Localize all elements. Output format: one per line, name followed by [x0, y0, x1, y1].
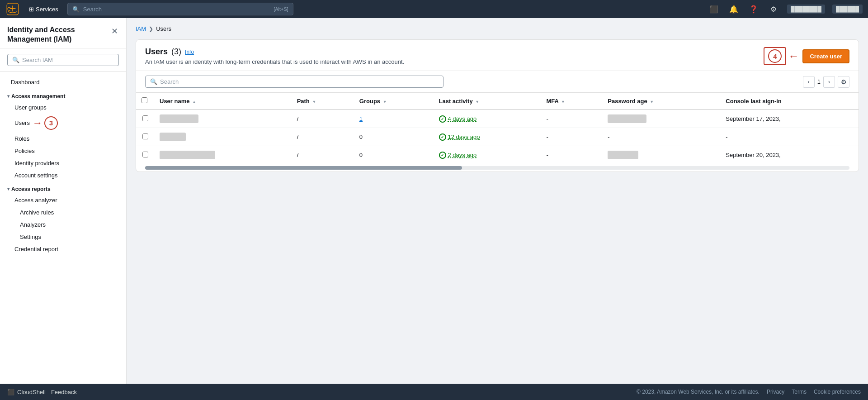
panel-header: Users (3) Info An IAM user is an identit…: [136, 40, 859, 71]
main-layout: Identity and Access Management (IAM) ✕ 🔍…: [0, 18, 868, 384]
row2-console-signin: -: [726, 133, 727, 140]
sidebar-item-access-analyzer[interactable]: Access analyzer: [0, 194, 126, 206]
row1-mfa: -: [547, 115, 548, 122]
sidebar-item-policies[interactable]: Policies: [0, 145, 126, 157]
select-all-checkbox[interactable]: [142, 97, 147, 103]
col-header-last-activity[interactable]: Last activity ▼: [434, 93, 541, 110]
sidebar-section-access-reports[interactable]: ▾ Access reports: [0, 181, 126, 194]
row1-password-age-cell: ████████: [602, 110, 720, 128]
table-header-row: User name ▲ Path ▼ Groups ▼: [136, 93, 859, 110]
col-header-password-age[interactable]: Password age ▼: [602, 93, 720, 110]
aws-logo[interactable]: [5, 2, 20, 16]
col-header-mfa[interactable]: MFA ▼: [541, 93, 603, 110]
row2-mfa-cell: -: [541, 128, 603, 146]
settings-icon[interactable]: ⚙: [767, 3, 780, 15]
region-menu[interactable]: ██████: [832, 5, 863, 14]
annotation-4-wrap: 4 ←: [764, 47, 799, 65]
panel-count: (3): [171, 47, 181, 57]
row1-path-cell: /: [292, 110, 354, 128]
row1-checkbox[interactable]: [142, 115, 148, 121]
table-search-input[interactable]: [160, 78, 439, 85]
sidebar-item-user-groups[interactable]: User groups: [0, 101, 126, 114]
sidebar-search-box[interactable]: 🔍: [7, 54, 119, 66]
panel-header-left: Users (3) Info An IAM user is an identit…: [145, 47, 404, 65]
row3-path: /: [297, 152, 299, 158]
row2-username-link[interactable]: █████: [160, 133, 186, 141]
global-search-input[interactable]: [83, 6, 270, 13]
breadcrumb-users: Users: [156, 25, 171, 32]
sidebar-item-settings[interactable]: Settings: [0, 231, 126, 243]
col-header-path[interactable]: Path ▼: [292, 93, 354, 110]
sidebar-item-identity-providers[interactable]: Identity providers: [0, 157, 126, 169]
sidebar-item-account-settings[interactable]: Account settings: [0, 169, 126, 181]
row1-activity-text: 4 days ago: [448, 115, 477, 122]
row3-checkbox[interactable]: [142, 152, 148, 157]
col-header-groups[interactable]: Groups ▼: [354, 93, 434, 110]
create-user-button[interactable]: Create user: [802, 49, 849, 63]
services-menu[interactable]: ⊞ Services: [25, 4, 62, 14]
sidebar-item-analyzers[interactable]: Analyzers: [0, 219, 126, 231]
check-circle-icon: ✓: [439, 115, 446, 123]
col-header-console-signin: Console last sign-in: [720, 93, 859, 110]
row2-password-age-cell: -: [602, 128, 720, 146]
row1-console-signin: September 17, 2023,: [726, 115, 780, 122]
breadcrumb-iam-link[interactable]: IAM: [136, 25, 146, 32]
sort-icon-path: ▼: [312, 100, 316, 104]
row3-groups: 0: [359, 152, 363, 158]
info-badge[interactable]: Info: [185, 49, 194, 55]
panel-title-row: Users (3) Info: [145, 47, 404, 57]
table-search-icon: 🔍: [150, 78, 157, 85]
next-page-button[interactable]: ›: [823, 76, 835, 88]
terminal-icon[interactable]: ⬛: [708, 3, 720, 15]
sidebar-item-dashboard[interactable]: Dashboard: [0, 76, 126, 89]
search-shortcut: [Alt+S]: [274, 6, 288, 12]
row3-checkbox-cell: [136, 146, 154, 164]
row2-checkbox[interactable]: [142, 133, 148, 139]
row1-password-age: ████████: [608, 114, 646, 123]
sidebar-search-input[interactable]: [22, 57, 114, 63]
col-header-username[interactable]: User name ▲: [154, 93, 292, 110]
breadcrumb: IAM ❯ Users: [136, 25, 859, 32]
row2-path: /: [297, 133, 299, 140]
row3-username-link[interactable]: ████████████: [160, 151, 215, 159]
row3-mfa-cell: -: [541, 146, 603, 164]
sort-icon-mfa: ▼: [561, 100, 565, 104]
row2-groups: 0: [359, 133, 363, 140]
console-signin-col-label: Console last sign-in: [726, 98, 782, 105]
sidebar-section-access-management[interactable]: ▾ Access management: [0, 89, 126, 101]
row2-path-cell: /: [292, 128, 354, 146]
sidebar-search-icon: 🔍: [12, 57, 19, 63]
search-icon: 🔍: [72, 6, 80, 13]
last-activity-col-label: Last activity: [439, 98, 473, 105]
panel-actions: 4 ← Create user: [764, 47, 849, 65]
sidebar-item-credential-report[interactable]: Credential report: [0, 243, 126, 255]
prev-page-button[interactable]: ‹: [803, 76, 815, 88]
sidebar-item-users[interactable]: Users → 3: [0, 114, 126, 133]
account-menu[interactable]: ████████: [787, 5, 825, 14]
horizontal-scrollbar[interactable]: [136, 164, 859, 171]
row3-mfa: -: [547, 152, 548, 158]
row1-username-link[interactable]: ████████: [160, 114, 198, 123]
sidebar-search-wrap: 🔍: [0, 48, 126, 72]
sidebar-close-button[interactable]: ✕: [110, 25, 119, 37]
arrow-left-icon: ←: [788, 51, 799, 62]
row3-console-signin: September 20, 2023,: [726, 152, 780, 158]
help-icon[interactable]: ❓: [747, 3, 760, 15]
table-scroll-container: User name ▲ Path ▼ Groups ▼: [136, 93, 859, 164]
row1-groups-link[interactable]: 1: [359, 115, 363, 122]
annotation-circle-3: 3: [44, 116, 58, 130]
row1-username-cell: ████████: [154, 110, 292, 128]
sidebar-item-archive-rules[interactable]: Archive rules: [0, 206, 126, 219]
bell-icon[interactable]: 🔔: [727, 3, 740, 15]
sidebar-item-roles[interactable]: Roles: [0, 133, 126, 145]
row3-console-signin-cell: September 20, 2023,: [720, 146, 859, 164]
table-settings-button[interactable]: ⚙: [838, 76, 849, 88]
table-row: ████████████ / 0 ✓ 2 days: [136, 146, 859, 164]
sort-icon-last-activity: ▼: [475, 100, 479, 104]
table-search-box[interactable]: 🔍: [145, 76, 443, 88]
row1-groups-cell: 1: [354, 110, 434, 128]
breadcrumb-separator: ❯: [149, 26, 153, 32]
groups-col-label: Groups: [359, 98, 380, 105]
sidebar-navigation: Dashboard ▾ Access management User group…: [0, 72, 126, 384]
global-search-bar[interactable]: 🔍 [Alt+S]: [67, 3, 293, 15]
